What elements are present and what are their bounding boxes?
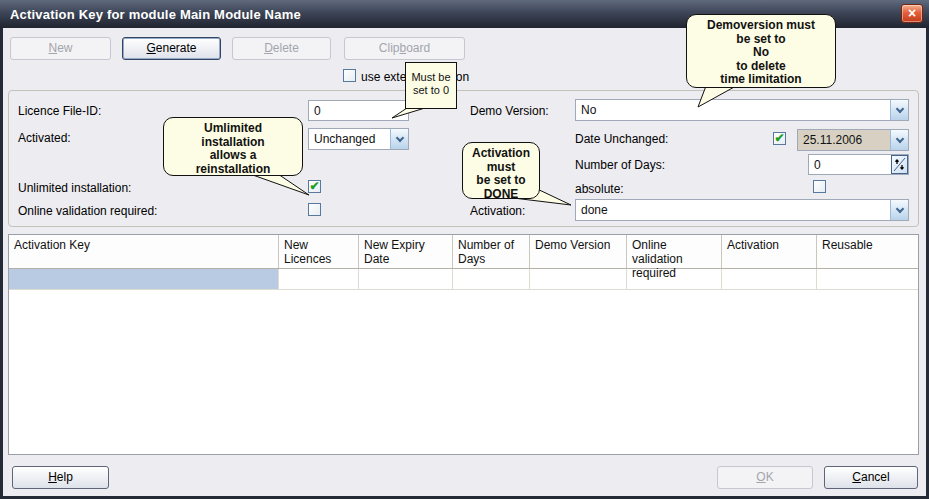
dropdown-button[interactable]: [390, 129, 408, 149]
use-extended-option-checkbox[interactable]: [343, 69, 356, 82]
activation-combobox[interactable]: done: [575, 199, 909, 221]
absolute-label: absolute:: [575, 182, 624, 196]
date-unchanged-checkbox[interactable]: [773, 132, 786, 145]
table-header-row: Activation Key New Licences New Expiry D…: [9, 235, 918, 269]
close-icon[interactable]: ×: [901, 4, 923, 23]
chevron-down-icon: [895, 204, 903, 212]
column-header-activation-key[interactable]: Activation Key: [9, 235, 279, 268]
date-unchanged-label: Date Unchanged:: [575, 132, 668, 146]
table-cell[interactable]: [817, 269, 918, 289]
table-cell[interactable]: [359, 269, 453, 289]
table-cell[interactable]: [279, 269, 359, 289]
column-header-activation[interactable]: Activation: [722, 235, 817, 268]
online-validation-label: Online validation required:: [18, 204, 157, 218]
spinner-button[interactable]: [891, 155, 908, 174]
callout-activation: Activation must be set to DONE: [462, 142, 540, 199]
activation-key-dialog: Activation Key for module Main Module Na…: [0, 0, 929, 499]
table-cell[interactable]: [453, 269, 530, 289]
column-header-demo-version[interactable]: Demo Version: [530, 235, 627, 268]
unlimited-installation-label: Unlimited installation:: [18, 181, 131, 195]
help-button[interactable]: Help: [12, 466, 109, 489]
table-cell[interactable]: [722, 269, 817, 289]
column-header-new-licences[interactable]: New Licences: [279, 235, 359, 268]
table-cell[interactable]: [627, 269, 722, 289]
number-of-days-label: Number of Days:: [575, 158, 665, 172]
online-validation-checkbox[interactable]: [308, 203, 321, 216]
column-header-reusable[interactable]: Reusable: [817, 235, 918, 268]
activation-label: Activation:: [470, 204, 525, 218]
dropdown-button[interactable]: [890, 200, 908, 220]
dropdown-button[interactable]: [890, 130, 908, 150]
demo-version-label: Demo Version:: [470, 104, 549, 118]
chevron-down-icon: [395, 133, 403, 141]
chevron-down-icon: [895, 134, 903, 142]
ok-button[interactable]: OK: [717, 466, 813, 489]
activated-combobox[interactable]: Unchanged: [308, 128, 409, 150]
licence-file-id-input[interactable]: 0: [308, 100, 409, 121]
window-title: Activation Key for module Main Module Na…: [10, 7, 301, 22]
table-row[interactable]: [9, 269, 918, 290]
number-of-days-input[interactable]: 0: [808, 154, 909, 175]
dropdown-button[interactable]: [890, 100, 908, 120]
activated-label: Activated:: [18, 131, 71, 145]
table-cell-selected[interactable]: [9, 269, 279, 289]
column-header-new-expiry-date[interactable]: New Expiry Date: [359, 235, 453, 268]
up-down-spinner-icon: [893, 157, 906, 172]
new-button[interactable]: New: [10, 37, 111, 60]
unlimited-installation-checkbox[interactable]: [308, 180, 321, 193]
demo-version-combobox[interactable]: No: [575, 99, 909, 121]
generate-button[interactable]: Generate: [122, 37, 221, 60]
absolute-checkbox[interactable]: [813, 180, 826, 193]
date-unchanged-datepicker[interactable]: 25.11.2006: [797, 129, 909, 151]
cancel-button[interactable]: Cancel: [824, 466, 918, 489]
chevron-down-icon: [895, 104, 903, 112]
callout-unlimited: Umlimited installation allows a reinstal…: [163, 117, 303, 176]
column-header-number-of-days[interactable]: Number of Days: [453, 235, 530, 268]
clipboard-button[interactable]: Clipboard: [344, 37, 465, 60]
table-cell[interactable]: [530, 269, 627, 289]
callout-demoversion: Demoversion must be set to No to delete …: [686, 14, 836, 88]
callout-must-be-zero: Must be set to 0: [405, 62, 457, 109]
activation-key-table: Activation Key New Licences New Expiry D…: [8, 234, 919, 455]
delete-button[interactable]: Delete: [232, 37, 331, 60]
column-header-online-validation[interactable]: Online validation required: [627, 235, 722, 268]
licence-file-id-label: Licence File-ID:: [18, 104, 101, 118]
